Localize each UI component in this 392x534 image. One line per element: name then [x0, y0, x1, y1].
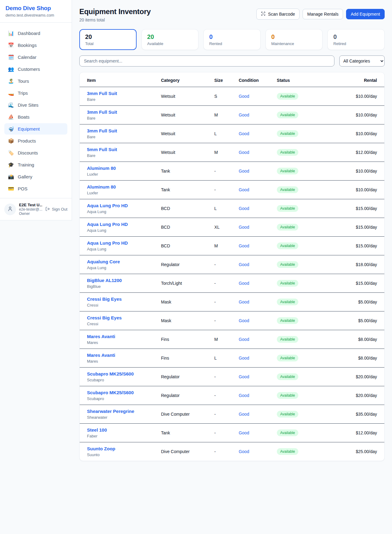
- table-header-row: Item Category Size Condition Status Rent…: [80, 72, 384, 87]
- rental-rate: $15.00/day: [331, 237, 384, 255]
- sidebar-item-trips[interactable]: 🚤 Trips: [4, 87, 67, 99]
- condition-link[interactable]: Good: [239, 318, 249, 323]
- table-row: BigBlue AL1200 BigBlue Torch/Light - Goo…: [80, 274, 384, 293]
- item-name-link[interactable]: Suunto Zoop: [87, 446, 115, 451]
- stat-value: 20: [85, 33, 131, 40]
- stat-label: Retired: [333, 41, 379, 46]
- sign-out-button[interactable]: Sign Out: [45, 207, 67, 212]
- condition-link[interactable]: Good: [239, 243, 249, 248]
- rental-rate: $15.00/day: [331, 274, 384, 293]
- boats-icon: ⛵: [8, 114, 14, 120]
- table-row: 5mm Full Suit Bare Wetsuit M Good Availa…: [80, 143, 384, 162]
- condition-link[interactable]: Good: [239, 187, 249, 192]
- sidebar-item-gallery[interactable]: 📸 Gallery: [4, 171, 67, 182]
- item-name-link[interactable]: Shearwater Peregrine: [87, 409, 134, 414]
- item-brand: Mares: [87, 359, 154, 364]
- status-badge: Available: [277, 373, 298, 380]
- barcode-scan-icon: [261, 11, 266, 17]
- stat-card[interactable]: 20 Available: [141, 29, 199, 50]
- condition-link[interactable]: Good: [239, 412, 249, 417]
- bookings-icon: 📅: [8, 42, 14, 48]
- sidebar-item-label: Gallery: [18, 174, 32, 179]
- condition-link[interactable]: Good: [239, 169, 249, 174]
- stat-value: 0: [271, 33, 317, 40]
- table-row: Cressi Big Eyes Cressi Mask - Good Avail…: [80, 293, 384, 311]
- condition-link[interactable]: Good: [239, 430, 249, 435]
- search-input[interactable]: [79, 55, 334, 67]
- item-category: Torch/Light: [157, 274, 211, 293]
- condition-link[interactable]: Good: [239, 206, 249, 211]
- condition-link[interactable]: Good: [239, 262, 249, 267]
- condition-link[interactable]: Good: [239, 337, 249, 342]
- table-row: Steel 100 Faber Tank - Good Available $1…: [80, 424, 384, 442]
- sidebar-item-training[interactable]: 🎓 Training: [4, 159, 67, 170]
- scan-barcode-button[interactable]: Scan Barcode: [256, 9, 300, 20]
- sidebar-item-label: Bookings: [18, 43, 37, 48]
- condition-link[interactable]: Good: [239, 131, 249, 136]
- condition-link[interactable]: Good: [239, 356, 249, 360]
- stat-card[interactable]: 20 Total: [79, 29, 137, 50]
- item-name-link[interactable]: Mares Avanti: [87, 334, 115, 339]
- sidebar-item-calendar[interactable]: 🗓️ Calendar: [4, 51, 67, 63]
- item-name-link[interactable]: Scubapro MK25/S600: [87, 390, 134, 395]
- item-size: M: [211, 237, 235, 255]
- item-name-link[interactable]: 3mm Full Suit: [87, 109, 117, 115]
- sidebar-item-label: Customers: [18, 67, 40, 72]
- stats-row: 20 Total 20 Available 0 Rented 0 Mainten…: [79, 29, 385, 50]
- condition-link[interactable]: Good: [239, 449, 249, 454]
- item-name-link[interactable]: Steel 100: [87, 427, 107, 433]
- status-badge: Available: [277, 317, 298, 324]
- item-name-link[interactable]: 3mm Full Suit: [87, 91, 117, 96]
- sidebar-item-discounts[interactable]: 🏷️ Discounts: [4, 147, 67, 158]
- sidebar-item-tours[interactable]: 🏝️ Tours: [4, 75, 67, 87]
- condition-link[interactable]: Good: [239, 393, 249, 398]
- item-category: Regulator: [157, 386, 211, 405]
- item-size: -: [211, 255, 235, 274]
- item-name-link[interactable]: 3mm Full Suit: [87, 128, 117, 133]
- item-name-link[interactable]: Aluminum 80: [87, 166, 116, 171]
- sidebar-item-dashboard[interactable]: 📊 Dashboard: [4, 28, 67, 39]
- sidebar-item-boats[interactable]: ⛵ Boats: [4, 111, 67, 123]
- category-filter[interactable]: All Categories: [339, 55, 385, 67]
- sidebar-item-products[interactable]: 📦 Products: [4, 135, 67, 147]
- sidebar-item-label: Training: [18, 162, 34, 167]
- item-brand: Aqua Lung: [87, 265, 154, 270]
- item-name-link[interactable]: Aqualung Core: [87, 259, 120, 264]
- sidebar-item-pos[interactable]: 💳 POS: [4, 183, 67, 194]
- item-brand: Bare: [87, 135, 154, 139]
- manage-rentals-button[interactable]: Manage Rentals: [303, 9, 343, 19]
- stat-card[interactable]: 0 Retired: [327, 29, 385, 50]
- item-name-link[interactable]: Cressi Big Eyes: [87, 315, 122, 320]
- sidebar-item-customers[interactable]: 👥 Customers: [4, 63, 67, 75]
- item-name-link[interactable]: Aqua Lung Pro HD: [87, 240, 128, 246]
- condition-link[interactable]: Good: [239, 150, 249, 155]
- add-equipment-button[interactable]: Add Equipment: [346, 9, 385, 19]
- item-name-link[interactable]: Aluminum 80: [87, 184, 116, 189]
- item-name-link[interactable]: Aqua Lung Pro HD: [87, 203, 128, 208]
- item-name-link[interactable]: Cressi Big Eyes: [87, 296, 122, 302]
- condition-link[interactable]: Good: [239, 299, 249, 304]
- condition-link[interactable]: Good: [239, 374, 249, 379]
- table-row: Aqua Lung Pro HD Aqua Lung BCD XL Good A…: [80, 218, 384, 237]
- condition-link[interactable]: Good: [239, 113, 249, 117]
- condition-link[interactable]: Good: [239, 281, 249, 286]
- table-row: Aluminum 80 Luxfer Tank - Good Available…: [80, 162, 384, 181]
- item-name-link[interactable]: Scubapro MK25/S600: [87, 371, 134, 376]
- item-brand: Scubapro: [87, 396, 154, 401]
- condition-link[interactable]: Good: [239, 94, 249, 99]
- item-name-link[interactable]: BigBlue AL1200: [87, 278, 122, 283]
- item-name-link[interactable]: Aqua Lung Pro HD: [87, 222, 128, 227]
- stat-card[interactable]: 0 Rented: [203, 29, 261, 50]
- sidebar-item-dive-sites[interactable]: 🌊 Dive Sites: [4, 99, 67, 111]
- table-row: Scubapro MK25/S600 Scubapro Regulator - …: [80, 386, 384, 405]
- stat-card[interactable]: 0 Maintenance: [266, 29, 323, 50]
- tours-icon: 🏝️: [8, 78, 14, 84]
- item-name-link[interactable]: Mares Avanti: [87, 353, 115, 358]
- item-size: -: [211, 442, 235, 461]
- item-brand: Luxfer: [87, 172, 154, 177]
- sidebar-item-equipment[interactable]: 🤿 Equipment: [4, 123, 67, 135]
- table-row: 3mm Full Suit Bare Wetsuit M Good Availa…: [80, 106, 384, 124]
- condition-link[interactable]: Good: [239, 225, 249, 230]
- item-name-link[interactable]: 5mm Full Suit: [87, 147, 117, 152]
- sidebar-item-bookings[interactable]: 📅 Bookings: [4, 40, 67, 51]
